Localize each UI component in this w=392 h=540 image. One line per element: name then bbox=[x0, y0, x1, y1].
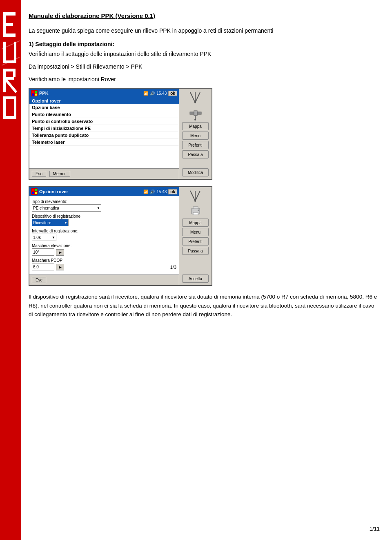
mappa-button-1[interactable]: Mappa bbox=[182, 122, 209, 130]
disp-select[interactable]: Ricevitore ▼ bbox=[32, 219, 69, 226]
disp-select-row: Ricevitore ▼ bbox=[32, 219, 176, 227]
body-text-3: Verifichiamo le impostazioni Rover bbox=[29, 75, 380, 84]
maschera-pdop-arrow-btn[interactable]: ▶ bbox=[56, 264, 64, 270]
time-2: 15.43 bbox=[156, 190, 167, 194]
passa-a-button-2[interactable]: Passa a bbox=[182, 247, 209, 255]
maschera-pdop-label: Maschera PDOP: bbox=[32, 258, 176, 263]
accetta-button-2[interactable]: Accetta bbox=[182, 274, 209, 283]
titlebar-right-1: 📶 🔊 15.43 ok bbox=[143, 91, 177, 96]
maschera-el-row: 10° ▶ bbox=[32, 248, 176, 257]
antenna-icon-1 bbox=[187, 91, 204, 103]
svg-line-35 bbox=[195, 191, 200, 201]
antenna-icon-2 bbox=[187, 190, 204, 202]
window-title-1: PPK bbox=[39, 91, 49, 96]
right-panel-2: Mappa Menu Preferiti Passa a Accetta bbox=[179, 187, 212, 285]
menu-item-6[interactable]: Telemetro laser bbox=[29, 139, 179, 146]
menu-item-3[interactable]: Punto di controllo osservato bbox=[29, 118, 179, 125]
ppk-window-1: PPK 📶 🔊 15.43 ok Opzioni rover Opzioni b… bbox=[29, 88, 212, 180]
preferiti-button-1[interactable]: Preferiti bbox=[182, 141, 209, 149]
svg-rect-8 bbox=[3, 69, 14, 71]
svg-rect-13 bbox=[3, 96, 16, 99]
svg-point-29 bbox=[194, 119, 196, 120]
intro-text: La seguente guida spiega come eseguire u… bbox=[29, 27, 380, 35]
maschera-el-arrow-btn[interactable]: ▶ bbox=[56, 249, 64, 256]
logo-svg bbox=[2, 8, 20, 123]
bottom-bar-2: Esc bbox=[29, 274, 179, 285]
ppk-window-2: Opzioni rover 📶 🔊 15.43 ok Tipo di rilev… bbox=[29, 186, 212, 286]
titlebar-left-1: PPK bbox=[31, 90, 49, 96]
svg-rect-33 bbox=[35, 192, 37, 194]
tipo-select[interactable]: PE cinematica ▼ bbox=[32, 204, 101, 212]
menu-body-1: Opzioni base Punto rilevamento Punto di … bbox=[29, 104, 179, 168]
menu-item-2[interactable]: Punto rilevamento bbox=[29, 111, 179, 118]
form-body-2: Tipo di rilevamento: PE cinematica ▼ Dis… bbox=[29, 196, 179, 274]
titlebar-2: Opzioni rover 📶 🔊 15.43 ok bbox=[29, 187, 179, 196]
bottom-text: Il dispositivo di registrazione sarà il … bbox=[29, 292, 380, 319]
windows-logo-2 bbox=[31, 188, 38, 195]
svg-line-21 bbox=[190, 92, 195, 103]
svg-rect-18 bbox=[35, 91, 37, 93]
titlebar-left-2: Opzioni rover bbox=[31, 188, 68, 195]
page-title: Manuale di elaborazione PPK (Versione 0.… bbox=[29, 12, 380, 19]
esc-button-1[interactable]: Esc bbox=[32, 171, 46, 177]
svg-rect-26 bbox=[190, 112, 194, 114]
body-text-1: Verifichiamo il settaggio delle impostaz… bbox=[29, 50, 380, 58]
modifica-button-1[interactable]: Modifica bbox=[182, 168, 209, 176]
svg-rect-40 bbox=[193, 212, 198, 215]
svg-rect-32 bbox=[32, 192, 34, 194]
intervallo-select[interactable]: 1.0s ▼ bbox=[32, 234, 56, 241]
ok-button-2[interactable]: ok bbox=[168, 189, 177, 194]
sound-icon-1: 🔊 bbox=[150, 91, 155, 96]
tipo-label: Tipo di rilevamento: bbox=[32, 199, 176, 204]
tipo-arrow: ▼ bbox=[97, 206, 100, 210]
time-1: 15.43 bbox=[156, 91, 167, 96]
svg-rect-11 bbox=[3, 96, 6, 119]
svg-rect-3 bbox=[3, 33, 16, 37]
logo-area bbox=[0, 0, 21, 540]
svg-point-24 bbox=[194, 102, 196, 103]
satellite-icon-1 bbox=[188, 105, 203, 121]
menu-item-1[interactable]: Opzioni base bbox=[29, 104, 179, 111]
svg-rect-20 bbox=[35, 94, 37, 96]
maschera-pdop-input[interactable]: 6.0 bbox=[32, 263, 54, 270]
body-text-2: Da impostazioni > Stili di Rilevamento >… bbox=[29, 62, 380, 71]
ppk-left-1: PPK 📶 🔊 15.43 ok Opzioni rover Opzioni b… bbox=[29, 89, 179, 179]
mappa-button-2[interactable]: Mappa bbox=[182, 219, 209, 227]
screenshot-2: Opzioni rover 📶 🔊 15.43 ok Tipo di rilev… bbox=[29, 186, 380, 286]
svg-rect-14 bbox=[3, 116, 16, 119]
menu-item-4[interactable]: Tempi di inizializzazione PE bbox=[29, 125, 179, 132]
svg-line-22 bbox=[195, 92, 200, 103]
main-content: Manuale di elaborazione PPK (Versione 0.… bbox=[29, 0, 380, 319]
svg-rect-12 bbox=[14, 96, 16, 119]
svg-line-34 bbox=[190, 191, 195, 201]
svg-rect-39 bbox=[193, 207, 198, 209]
menu-button-2[interactable]: Menu bbox=[182, 228, 209, 236]
page-indicator: 1/3 bbox=[170, 265, 176, 270]
svg-rect-4 bbox=[3, 42, 6, 63]
disp-arrow: ▼ bbox=[64, 221, 67, 225]
passa-a-button-1[interactable]: Passa a bbox=[182, 150, 209, 158]
screenshot-1: PPK 📶 🔊 15.43 ok Opzioni rover Opzioni b… bbox=[29, 88, 380, 180]
svg-point-41 bbox=[198, 210, 199, 211]
svg-rect-1 bbox=[3, 12, 16, 16]
svg-rect-25 bbox=[194, 111, 197, 116]
svg-rect-30 bbox=[32, 189, 34, 191]
titlebar-right-2: 📶 🔊 15.43 ok bbox=[143, 189, 177, 194]
maschera-el-input[interactable]: 10° bbox=[32, 248, 54, 256]
esc-button-2[interactable]: Esc bbox=[32, 277, 46, 283]
preferiti-button-2[interactable]: Preferiti bbox=[182, 237, 209, 245]
menu-button-1[interactable]: Menu bbox=[182, 132, 209, 140]
bottom-bar-1: Esc Memor. bbox=[29, 168, 179, 179]
memor-button-1[interactable]: Memor. bbox=[49, 171, 70, 177]
maschera-el-label: Maschera elevazione: bbox=[32, 243, 176, 248]
svg-rect-10 bbox=[13, 69, 16, 77]
page-number: 1/11 bbox=[370, 526, 380, 532]
maschera-pdop-row: 6.0 ▶ 1/3 bbox=[32, 263, 176, 271]
tipo-select-row: PE cinematica ▼ bbox=[32, 204, 176, 212]
menu-item-5[interactable]: Tolleranza punto duplicato bbox=[29, 132, 179, 139]
signal-icon-1: 📶 bbox=[143, 91, 148, 96]
device-icon-2 bbox=[189, 203, 202, 217]
windows-logo-1 bbox=[31, 90, 38, 96]
menu-header-1: Opzioni rover bbox=[29, 98, 179, 104]
ok-button-1[interactable]: ok bbox=[168, 91, 177, 96]
